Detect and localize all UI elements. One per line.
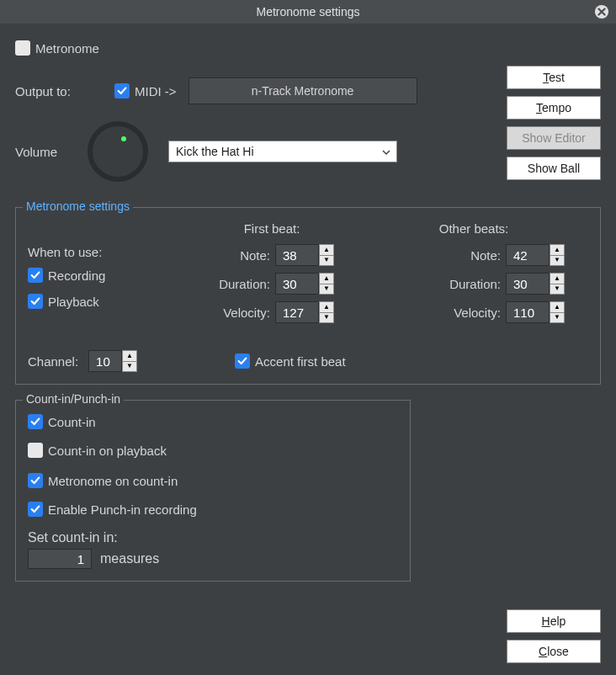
countin-checkbox[interactable]: Count-in	[28, 414, 96, 429]
checkbox-box	[114, 83, 130, 98]
first-velocity-input[interactable]	[275, 301, 319, 323]
volume-label: Volume	[15, 145, 62, 159]
close-button[interactable]: Close	[507, 640, 601, 663]
set-countin-label: Set count-in in:	[28, 530, 398, 545]
velocity-label: Velocity:	[223, 306, 270, 320]
spinner-up-icon[interactable]: ▲	[550, 302, 564, 313]
preset-select[interactable]: Kick the Hat Hi	[168, 141, 397, 162]
window-title: Metronome settings	[257, 5, 360, 19]
checkbox-box	[15, 40, 30, 56]
other-duration-input[interactable]	[506, 273, 550, 295]
channel-input[interactable]	[88, 350, 122, 372]
first-note-input[interactable]	[275, 244, 319, 266]
fieldset-legend: Metronome settings	[23, 199, 133, 213]
metronome-checkbox[interactable]: Metronome	[15, 40, 99, 56]
recording-checkbox[interactable]: Recording	[28, 268, 105, 283]
spinner-up-icon[interactable]: ▲	[123, 351, 136, 362]
spinner-up-icon[interactable]: ▲	[320, 274, 333, 284]
note-label: Note:	[240, 248, 270, 263]
other-beats-header: Other beats:	[373, 221, 575, 236]
spinner-up-icon[interactable]: ▲	[320, 302, 333, 313]
fieldset-legend: Count-in/Punch-in	[23, 392, 124, 406]
velocity-label: Velocity:	[454, 306, 501, 320]
metronome-settings-fieldset: Metronome settings When to use: Recordin…	[15, 207, 601, 385]
tempo-button[interactable]: Tempo	[507, 96, 601, 120]
chevron-down-icon	[381, 146, 391, 160]
spinner-down-icon[interactable]: ▼	[123, 362, 136, 372]
countin-fieldset: Count-in/Punch-in Count-in Count-in on p…	[15, 400, 411, 582]
spinner-down-icon[interactable]: ▼	[550, 313, 564, 323]
metronome-countin-checkbox[interactable]: Metronome on count-in	[28, 473, 178, 488]
spinner-up-icon[interactable]: ▲	[550, 274, 564, 284]
spinner-down-icon[interactable]: ▼	[320, 313, 333, 323]
knob-indicator-icon	[121, 136, 126, 141]
metronome-checkbox-label: Metronome	[35, 41, 99, 56]
other-velocity-input[interactable]	[506, 301, 550, 323]
midi-checkbox-label: MIDI ->	[135, 84, 177, 98]
first-beat-header: First beat:	[171, 221, 373, 236]
metronome-device-button[interactable]: n-Track Metronome	[189, 77, 417, 104]
countin-playback-checkbox[interactable]: Count-in on playback	[28, 443, 167, 458]
spinner-down-icon[interactable]: ▼	[320, 284, 333, 295]
measures-input[interactable]	[28, 549, 92, 569]
accent-first-beat-checkbox[interactable]: Accent first beat	[235, 353, 346, 369]
first-duration-input[interactable]	[275, 273, 319, 295]
spinner-down-icon[interactable]: ▼	[550, 284, 564, 295]
other-note-input[interactable]	[506, 244, 550, 266]
playback-checkbox[interactable]: Playback	[28, 294, 99, 309]
output-to-label: Output to:	[15, 84, 114, 98]
spinner-up-icon[interactable]: ▲	[550, 245, 564, 256]
titlebar: Metronome settings	[0, 0, 616, 24]
channel-label: Channel:	[28, 354, 78, 369]
show-ball-button[interactable]: Show Ball	[507, 157, 601, 180]
measures-label: measures	[100, 551, 159, 566]
spinner-up-icon[interactable]: ▲	[320, 245, 333, 256]
note-label: Note:	[470, 248, 501, 263]
midi-checkbox[interactable]: MIDI ->	[114, 83, 177, 98]
test-button[interactable]: Test	[507, 66, 601, 89]
help-button[interactable]: Help	[507, 609, 601, 633]
spinner-down-icon[interactable]: ▼	[320, 256, 333, 266]
duration-label: Duration:	[219, 277, 270, 291]
show-editor-button: Show Editor	[507, 126, 601, 150]
duration-label: Duration:	[449, 277, 501, 291]
when-to-use-label: When to use:	[28, 245, 171, 259]
close-icon[interactable]	[594, 4, 609, 19]
volume-knob[interactable]	[88, 121, 148, 182]
spinner-down-icon[interactable]: ▼	[550, 256, 564, 266]
punchin-checkbox[interactable]: Enable Punch-in recording	[28, 502, 197, 517]
